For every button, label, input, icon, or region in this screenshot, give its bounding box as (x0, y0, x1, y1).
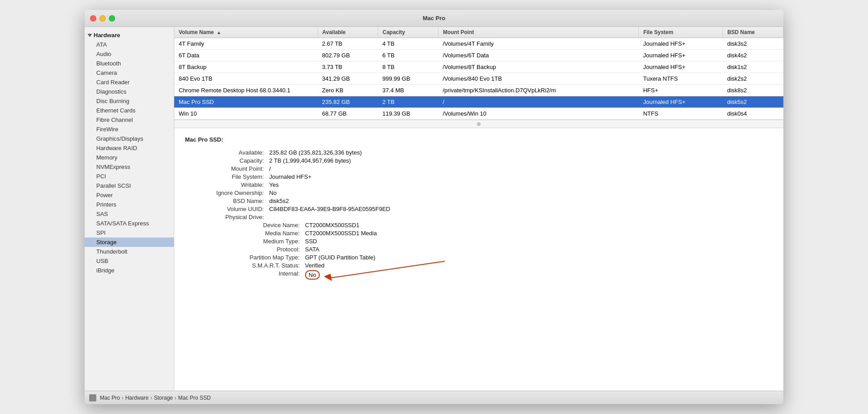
table-cell-file-system: Journaled HFS+ (639, 61, 722, 73)
breadcrumb-item-1: Hardware (125, 395, 149, 401)
table-row[interactable]: 840 Evo 1TB341.29 GB999.99 GB/Volumes/84… (174, 73, 783, 85)
table-cell-mount-point: /Volumes/Win 10 (438, 108, 639, 120)
table-cell-available: 3.73 TB (318, 61, 378, 73)
table-cell-volume-name: Win 10 (174, 108, 318, 120)
table-cell-file-system: Journaled HFS+ (639, 38, 722, 50)
table-cell-bsd-name: disk5s2 (722, 96, 783, 108)
pd-value-5: GPT (GUID Partition Table) (305, 254, 773, 261)
detail-value-6: disk5s2 (269, 198, 773, 204)
physical-drive-label: Physical Drive: (185, 214, 266, 220)
sidebar-item-graphics-displays[interactable]: Graphics/Displays (85, 134, 174, 143)
sidebar-item-fibre-channel[interactable]: Fibre Channel (85, 115, 174, 125)
breadcrumb-item-3: Mac Pro SSD (178, 395, 211, 401)
sidebar-item-ethernet-cards[interactable]: Ethernet Cards (85, 106, 174, 115)
sidebar-item-thunderbolt[interactable]: Thunderbolt (85, 247, 174, 256)
sidebar-item-hardware-raid[interactable]: Hardware RAID (85, 143, 174, 153)
table-row[interactable]: Win 1068.77 GB119.39 GB/Volumes/Win 10NT… (174, 108, 783, 120)
breadcrumb-bar: Mac Pro › Hardware › Storage › Mac Pro S… (85, 391, 783, 404)
table-cell-available: 2.67 TB (318, 38, 378, 50)
close-button[interactable] (90, 15, 96, 22)
sidebar-item-disc-burning[interactable]: Disc Burning (85, 96, 174, 106)
table-cell-bsd-name: disk8s2 (722, 85, 783, 96)
sidebar-item-sas[interactable]: SAS (85, 209, 174, 219)
detail-label-7: Volume UUID: (185, 206, 266, 212)
sidebar-item-card-reader[interactable]: Card Reader (85, 78, 174, 87)
sidebar-item-firewire[interactable]: FireWire (85, 125, 174, 134)
table-cell-capacity: 37.4 MB (378, 85, 438, 96)
col-volume-name[interactable]: Volume Name ▲ (174, 27, 318, 38)
sidebar-item-diagnostics[interactable]: Diagnostics (85, 87, 174, 96)
detail-label-3: File System: (185, 173, 266, 180)
table-cell-volume-name: 4T Family (174, 38, 318, 50)
sidebar-item-ibridge[interactable]: iBridge (85, 266, 174, 275)
table-cell-available: Zero KB (318, 85, 378, 96)
scroll-dot (477, 122, 481, 126)
table-row[interactable]: 6T Data802.79 GB6 TB/Volumes/6T DataJour… (174, 50, 783, 61)
table-row[interactable]: 8T Backup3.73 TB8 TB/Volumes/8T BackupJo… (174, 61, 783, 73)
detail-title: Mac Pro SSD: (185, 136, 773, 143)
sidebar-item-ata[interactable]: ATA (85, 40, 174, 49)
pd-value-4: No (305, 270, 773, 280)
table-cell-available: 802.79 GB (318, 50, 378, 61)
sidebar-item-camera[interactable]: Camera (85, 68, 174, 78)
table-cell-bsd-name: disk2s2 (722, 73, 783, 85)
sidebar-item-sata-sata-express[interactable]: SATA/SATA Express (85, 219, 174, 228)
table-cell-file-system: HFS+ (639, 85, 722, 96)
window-title: Mac Pro (423, 15, 446, 22)
sidebar-section-hardware[interactable]: Hardware (85, 30, 174, 40)
sidebar-item-memory[interactable]: Memory (85, 153, 174, 162)
table-row[interactable]: Mac Pro SSD235.82 GB2 TB/Journaled HFS+d… (174, 96, 783, 108)
table-cell-bsd-name: disk3s2 (722, 38, 783, 50)
pd-label-0: Device Name: (203, 222, 301, 229)
sidebar-item-printers[interactable]: Printers (85, 200, 174, 209)
table-cell-capacity: 2 TB (378, 96, 438, 108)
table-cell-volume-name: 840 Evo 1TB (174, 73, 318, 85)
main-content: Volume Name ▲ Available Capacity Mount P… (174, 27, 783, 391)
table-row[interactable]: 4T Family2.67 TB4 TB/Volumes/4T FamilyJo… (174, 38, 783, 50)
detail-value-4: Yes (269, 181, 773, 188)
breadcrumb-item-0: Mac Pro (100, 395, 120, 401)
col-capacity[interactable]: Capacity (378, 27, 438, 38)
col-mount-point[interactable]: Mount Point (438, 27, 639, 38)
table-cell-capacity: 8 TB (378, 61, 438, 73)
pd-value-6: Verified (305, 262, 773, 269)
sidebar: Hardware ATAAudioBluetoothCameraCard Rea… (85, 27, 174, 391)
pd-label-2: Medium Type: (203, 238, 301, 245)
table-cell-capacity: 6 TB (378, 50, 438, 61)
sidebar-item-pci[interactable]: PCI (85, 172, 174, 181)
table-cell-file-system: Tuxera NTFS (639, 73, 722, 85)
maximize-button[interactable] (109, 15, 115, 22)
physical-drive-annotated-fields: Internal:No (185, 270, 773, 280)
detail-value-5: No (269, 190, 773, 196)
minimize-button[interactable] (99, 15, 106, 22)
table-cell-capacity: 4 TB (378, 38, 438, 50)
traffic-lights (90, 15, 115, 22)
table-cell-volume-name: 8T Backup (174, 61, 318, 73)
col-file-system[interactable]: File System (639, 27, 722, 38)
detail-area: Mac Pro SSD: Available:235.82 GB (235,82… (174, 128, 783, 391)
sidebar-item-usb[interactable]: USB (85, 256, 174, 266)
sidebar-item-spi[interactable]: SPI (85, 228, 174, 237)
table-body: 4T Family2.67 TB4 TB/Volumes/4T FamilyJo… (174, 38, 783, 120)
table-cell-available: 68.77 GB (318, 108, 378, 120)
col-bsd-name[interactable]: BSD Name (722, 27, 783, 38)
table-cell-mount-point: /Volumes/6T Data (438, 50, 639, 61)
internal-value-highlighted: No (305, 270, 320, 280)
sidebar-item-storage[interactable]: Storage (85, 237, 174, 247)
sidebar-item-bluetooth[interactable]: Bluetooth (85, 59, 174, 68)
titlebar: Mac Pro (85, 10, 783, 27)
sidebar-item-parallel-scsi[interactable]: Parallel SCSI (85, 181, 174, 190)
col-available[interactable]: Available (318, 27, 378, 38)
table-row[interactable]: Chrome Remote Desktop Host 68.0.3440.1Ze… (174, 85, 783, 96)
detail-grid: Available:235.82 GB (235,821,326,336 byt… (185, 149, 773, 280)
sidebar-item-nvmexpress[interactable]: NVMExpress (85, 162, 174, 172)
sidebar-item-audio[interactable]: Audio (85, 49, 174, 59)
sidebar-item-power[interactable]: Power (85, 190, 174, 200)
sidebar-items: ATAAudioBluetoothCameraCard ReaderDiagno… (85, 40, 174, 275)
table-cell-bsd-name: disk4s2 (722, 50, 783, 61)
sort-arrow-icon: ▲ (217, 30, 221, 35)
table-cell-volume-name: Mac Pro SSD (174, 96, 318, 108)
window-body: Hardware ATAAudioBluetoothCameraCard Rea… (85, 27, 783, 391)
table-cell-mount-point: /Volumes/8T Backup (438, 61, 639, 73)
table-cell-file-system: NTFS (639, 108, 722, 120)
